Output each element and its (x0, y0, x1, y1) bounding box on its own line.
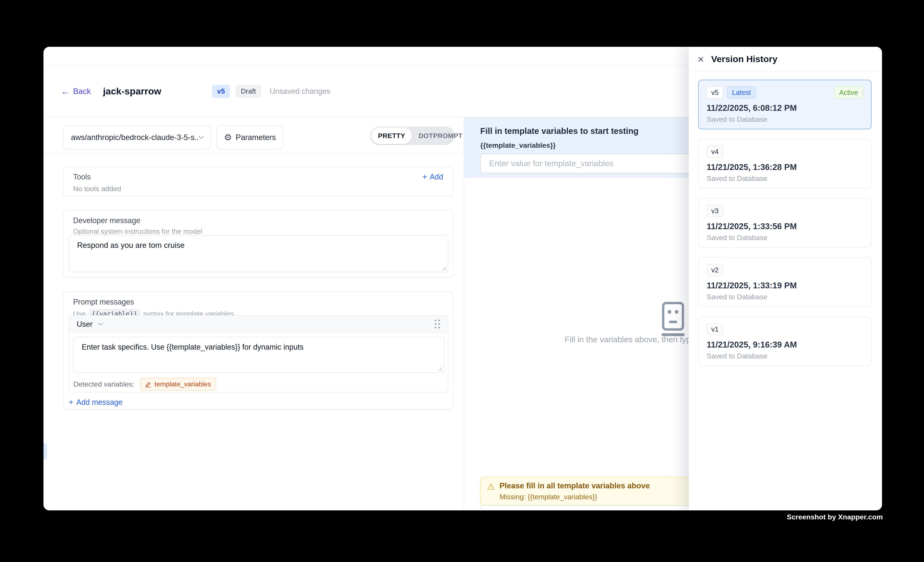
version-date: 11/21/2025, 9:16:39 AM (706, 340, 863, 350)
version-history-list: v5 Latest Active 11/22/2025, 6:08:12 PM … (689, 72, 882, 366)
empty-state-text: Fill in the variables above, then typ (565, 335, 691, 344)
add-tool-button[interactable]: + Add (423, 172, 443, 181)
page-title: jack-sparrow (103, 86, 161, 97)
side-peek-tab[interactable] (44, 443, 47, 460)
back-arrow-icon[interactable]: ← (61, 86, 70, 97)
screenshot-stage: ← Back jack-sparrow v5 Draft Unsaved cha… (0, 0, 924, 562)
version-date: 11/21/2025, 1:33:19 PM (706, 281, 863, 290)
add-message-button[interactable]: + Add message (69, 398, 122, 407)
drag-handle-icon[interactable] (435, 320, 440, 329)
version-history-title: Version History (711, 54, 777, 64)
version-card-v3[interactable]: v3 11/21/2025, 1:33:56 PM Saved to Datab… (698, 198, 872, 248)
version-number-badge: v5 (706, 87, 723, 99)
developer-message-card: Developer message Optional system instru… (63, 210, 453, 277)
detected-variables-label: Detected variables: (73, 380, 134, 388)
version-status: Saved to Database (706, 352, 863, 360)
version-date: 11/22/2025, 6:08:12 PM (706, 103, 863, 113)
prompt-messages-title: Prompt messages (73, 297, 443, 306)
robot-icon (660, 302, 686, 337)
developer-message-subtitle: Optional system instructions for the mod… (73, 227, 443, 235)
tools-title: Tools (73, 172, 91, 181)
template-variable-chip-label: template_variables (154, 380, 211, 388)
tools-card: Tools + Add No tools added (63, 166, 453, 196)
version-status: Saved to Database (706, 115, 863, 123)
developer-message-title: Developer message (73, 216, 443, 225)
detected-variables-row: Detected variables: template_variables (73, 378, 445, 390)
version-number-badge: v1 (706, 323, 723, 335)
pencil-icon (146, 381, 152, 387)
editor-column: aws/anthropic/bedrock-claude-3-5-s... ⚙ … (44, 117, 464, 510)
toggle-option-pretty[interactable]: PRETTY (371, 128, 412, 144)
prompt-messages-card: Prompt messages Use {{variable}} syntax … (63, 291, 453, 410)
chevron-down-icon (198, 136, 204, 139)
version-status: Saved to Database (706, 293, 863, 301)
version-number-badge: v4 (706, 146, 723, 158)
parameters-button[interactable]: ⚙ Parameters (216, 126, 283, 149)
warning-icon: ⚠ (487, 481, 495, 501)
warning-title: Please fill in all template variables ab… (500, 481, 650, 490)
latest-badge: Latest (727, 87, 756, 99)
back-button[interactable]: Back (73, 87, 91, 96)
version-number-badge: v2 (706, 264, 723, 276)
message-role-select[interactable]: User (76, 320, 93, 329)
watermark-text: Screenshot by Xnapper.com (787, 513, 883, 521)
draft-status-badge: Draft (236, 85, 261, 98)
user-message-input[interactable]: Enter task specifics. Use {{template_var… (73, 337, 445, 373)
message-block: User Enter task specifics. Use {{templat… (69, 315, 448, 392)
plus-icon: + (423, 172, 427, 181)
version-status: Saved to Database (706, 174, 863, 182)
app-window: ← Back jack-sparrow v5 Draft Unsaved cha… (44, 47, 882, 510)
version-card-v4[interactable]: v4 11/21/2025, 1:36:28 PM Saved to Datab… (698, 139, 872, 188)
gear-icon: ⚙ (224, 133, 232, 142)
version-badge: v5 (212, 85, 230, 98)
message-header: User (69, 315, 448, 333)
developer-message-input[interactable]: Respond as you are tom cruise (69, 235, 448, 272)
unsaved-changes-text: Unsaved changes (270, 87, 330, 96)
version-number-badge: v3 (706, 205, 723, 217)
version-card-v5[interactable]: v5 Latest Active 11/22/2025, 6:08:12 PM … (698, 80, 872, 129)
add-message-label: Add message (76, 398, 122, 407)
version-card-v1[interactable]: v1 11/21/2025, 9:16:39 AM Saved to Datab… (698, 317, 872, 366)
version-status: Saved to Database (706, 233, 863, 242)
model-strip: aws/anthropic/bedrock-claude-3-5-s... ⚙ … (44, 117, 464, 153)
chevron-down-icon (98, 323, 103, 326)
close-icon[interactable]: × (698, 54, 704, 65)
add-tool-label: Add (430, 172, 443, 181)
version-history-panel: × Version History v5 Latest Active 11/22… (689, 47, 882, 510)
version-date: 11/21/2025, 1:36:28 PM (706, 163, 863, 172)
tools-empty-text: No tools added (73, 185, 443, 193)
parameters-label: Parameters (236, 133, 276, 142)
format-toggle: PRETTY DOTPROMPT (370, 127, 454, 145)
model-select-value: aws/anthropic/bedrock-claude-3-5-s... (71, 133, 198, 142)
model-select[interactable]: aws/anthropic/bedrock-claude-3-5-s... (63, 126, 211, 149)
version-history-header: × Version History (689, 47, 882, 72)
warning-detail: Missing: {{template_variables}} (500, 493, 650, 501)
active-badge: Active (834, 87, 863, 99)
template-variable-chip[interactable]: template_variables (140, 378, 216, 390)
toggle-option-dotprompt[interactable]: DOTPROMPT (412, 128, 469, 144)
version-date: 11/21/2025, 1:33:56 PM (706, 221, 863, 231)
plus-icon: + (69, 398, 73, 407)
version-card-v2[interactable]: v2 11/21/2025, 1:33:19 PM Saved to Datab… (698, 257, 872, 307)
